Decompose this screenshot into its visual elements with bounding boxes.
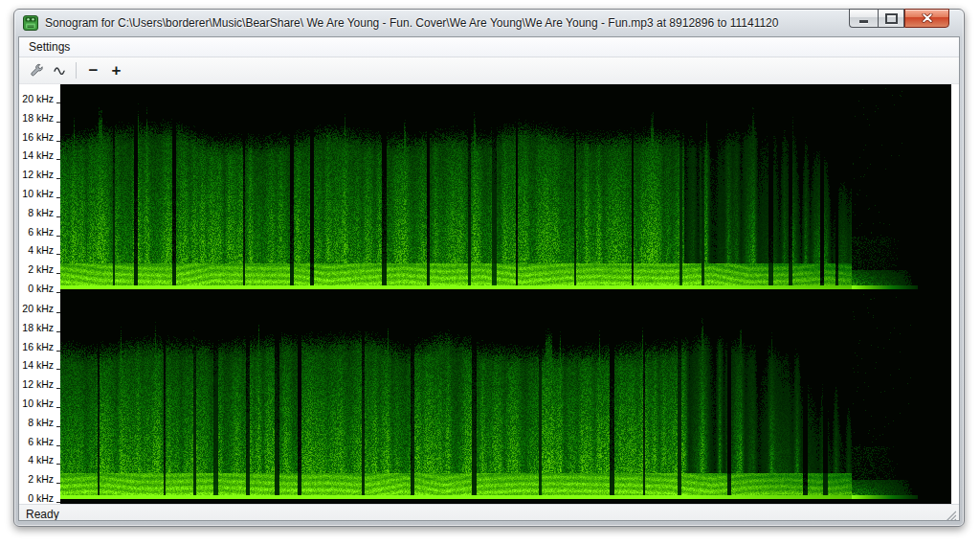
freq-tick (56, 502, 60, 503)
titlebar[interactable]: Sonogram for C:\Users\borderer\Music\Bea… (14, 10, 964, 36)
status-bar: Ready (19, 504, 959, 521)
toolbar-separator (76, 62, 77, 79)
freq-tick-label: 12 kHz (22, 169, 54, 180)
freq-tick (56, 292, 60, 293)
close-icon (922, 13, 933, 23)
freq-tick-label: 8 kHz (28, 417, 54, 428)
status-text: Ready (26, 508, 59, 521)
freq-tick-label: 14 kHz (22, 149, 54, 161)
freq-tick-label: 2 kHz (28, 263, 54, 275)
freq-tick (56, 426, 60, 427)
client-area: Settings − + 20 kHz18 kHz16 kHz14 k (18, 36, 960, 521)
freq-tick (56, 159, 60, 160)
freq-tick-label: 10 kHz (22, 188, 54, 199)
right-margin (951, 84, 959, 504)
freq-tick (56, 464, 60, 465)
freq-tick (56, 445, 60, 446)
freq-tick-label: 4 kHz (28, 244, 54, 256)
freq-tick (56, 141, 60, 142)
freq-tick (56, 331, 60, 332)
sine-wave-icon (53, 64, 68, 78)
minimize-icon (859, 20, 868, 23)
freq-tick-label: 14 kHz (22, 359, 54, 371)
minus-icon: − (89, 62, 99, 79)
settings-wrench-button[interactable] (26, 60, 48, 81)
freq-tick (56, 369, 60, 370)
freq-tick (56, 388, 60, 389)
freq-tick (56, 273, 60, 274)
freq-tick-label: 20 kHz (22, 303, 54, 314)
freq-tick-label: 10 kHz (22, 397, 54, 409)
toolbar: − + (19, 57, 959, 84)
freq-tick-label: 6 kHz (28, 226, 54, 238)
zoom-out-button[interactable]: − (82, 60, 104, 81)
minimize-button[interactable] (849, 9, 878, 28)
freq-tick (56, 254, 60, 255)
freq-tick-label: 0 kHz (28, 492, 54, 504)
plus-icon: + (112, 62, 122, 79)
freq-tick (56, 197, 60, 198)
menu-bar: Settings (19, 37, 959, 57)
freq-tick-label: 8 kHz (28, 207, 54, 218)
freq-tick-label: 18 kHz (22, 322, 54, 333)
freq-tick (56, 236, 60, 237)
maximize-icon (885, 13, 898, 24)
freq-tick-label: 16 kHz (22, 131, 54, 143)
freq-tick-label: 4 kHz (28, 454, 54, 466)
waveform-button[interactable] (49, 60, 71, 81)
freq-tick (56, 102, 60, 103)
freq-tick (56, 351, 60, 352)
freq-tick-label: 2 kHz (28, 473, 54, 485)
freq-tick-label: 16 kHz (22, 341, 54, 352)
window-controls (849, 9, 949, 28)
menu-item-settings[interactable]: Settings (21, 38, 78, 56)
freq-tick-label: 6 kHz (28, 436, 54, 447)
zoom-in-button[interactable]: + (105, 60, 127, 81)
maximize-button[interactable] (878, 9, 904, 28)
freq-tick-label: 20 kHz (22, 93, 54, 104)
spectrogram-panel: 20 kHz18 kHz16 kHz14 kHz12 kHz10 kHz8 kH… (19, 84, 959, 504)
app-icon[interactable] (23, 15, 38, 31)
spectrogram-canvas (60, 84, 951, 504)
freq-tick (56, 312, 60, 313)
freq-tick (56, 178, 60, 179)
resize-grip[interactable] (945, 509, 958, 521)
wrench-icon (30, 63, 44, 78)
close-button[interactable] (904, 9, 949, 28)
freq-tick-label: 18 kHz (22, 112, 54, 124)
freq-tick (56, 407, 60, 408)
window-title: Sonogram for C:\Users\borderer\Music\Bea… (45, 16, 883, 30)
freq-tick-label: 12 kHz (22, 378, 54, 390)
frequency-axis: 20 kHz18 kHz16 kHz14 kHz12 kHz10 kHz8 kH… (19, 84, 60, 504)
freq-tick (56, 122, 60, 123)
freq-tick (56, 216, 60, 217)
freq-tick (56, 483, 60, 484)
freq-tick-label: 0 kHz (28, 283, 54, 294)
app-window: Sonogram for C:\Users\borderer\Music\Bea… (13, 9, 965, 527)
